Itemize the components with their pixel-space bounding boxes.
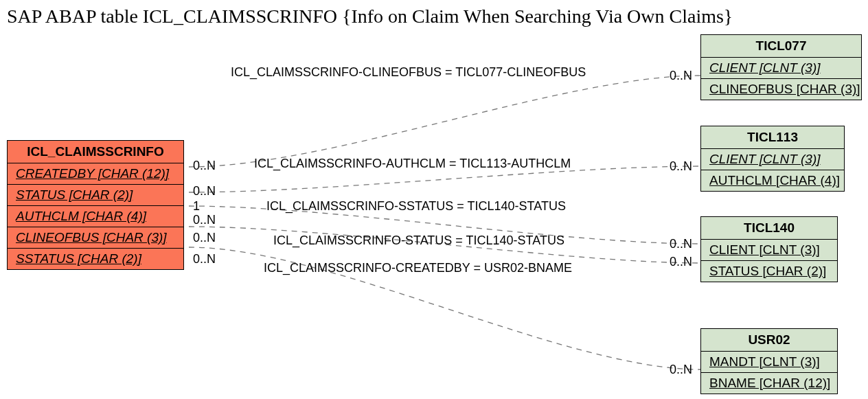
entity-ticl113: TICL113 CLIENT [CLNT (3)] AUTHCLM [CHAR … [700, 126, 845, 192]
entity-main-field: SSTATUS [CHAR (2)] [8, 249, 183, 269]
cardinality: 1 [193, 199, 200, 214]
cardinality: 0..N [670, 255, 692, 269]
entity-field: CLIENT [CLNT (3)] [701, 149, 844, 170]
cardinality: 0..N [193, 159, 216, 173]
relation-label: ICL_CLAIMSSCRINFO-AUTHCLM = TICL113-AUTH… [254, 157, 571, 171]
cardinality: 0..N [193, 231, 216, 245]
entity-field: MANDT [CLNT (3)] [701, 352, 837, 373]
page-title: SAP ABAP table ICL_CLAIMSSCRINFO {Info o… [7, 5, 733, 27]
cardinality: 0..N [670, 363, 692, 377]
entity-field: CLINEOFBUS [CHAR (3)] [701, 79, 861, 100]
entity-main-field: CLINEOFBUS [CHAR (3)] [8, 227, 183, 249]
entity-name: TICL077 [701, 35, 861, 58]
entity-main: ICL_CLAIMSSCRINFO CREATEDBY [CHAR (12)] … [7, 140, 184, 270]
relation-label: ICL_CLAIMSSCRINFO-CLINEOFBUS = TICL077-C… [231, 65, 586, 80]
entity-main-field: STATUS [CHAR (2)] [8, 185, 183, 206]
entity-field: BNAME [CHAR (12)] [701, 373, 837, 394]
relation-label: ICL_CLAIMSSCRINFO-SSTATUS = TICL140-STAT… [266, 199, 566, 214]
cardinality: 0..N [193, 252, 216, 266]
entity-field: CLIENT [CLNT (3)] [701, 240, 837, 261]
entity-field: AUTHCLM [CHAR (4)] [701, 170, 844, 191]
cardinality: 0..N [670, 237, 692, 251]
entity-main-field: AUTHCLM [CHAR (4)] [8, 206, 183, 227]
entity-usr02: USR02 MANDT [CLNT (3)] BNAME [CHAR (12)] [700, 328, 838, 394]
entity-field: CLIENT [CLNT (3)] [701, 58, 861, 79]
entity-ticl077: TICL077 CLIENT [CLNT (3)] CLINEOFBUS [CH… [700, 34, 862, 100]
cardinality: 0..N [670, 159, 692, 174]
entity-field: STATUS [CHAR (2)] [701, 261, 837, 282]
entity-name: USR02 [701, 329, 837, 352]
relation-label: ICL_CLAIMSSCRINFO-CREATEDBY = USR02-BNAM… [264, 261, 572, 275]
entity-ticl140: TICL140 CLIENT [CLNT (3)] STATUS [CHAR (… [700, 216, 838, 282]
entity-name: TICL113 [701, 126, 844, 149]
relation-label: ICL_CLAIMSSCRINFO-STATUS = TICL140-STATU… [273, 233, 564, 248]
cardinality: 0..N [193, 184, 216, 198]
entity-main-name: ICL_CLAIMSSCRINFO [8, 141, 183, 163]
cardinality: 0..N [193, 213, 216, 227]
entity-name: TICL140 [701, 217, 837, 240]
entity-main-field: CREATEDBY [CHAR (12)] [8, 163, 183, 185]
cardinality: 0..N [670, 69, 692, 83]
